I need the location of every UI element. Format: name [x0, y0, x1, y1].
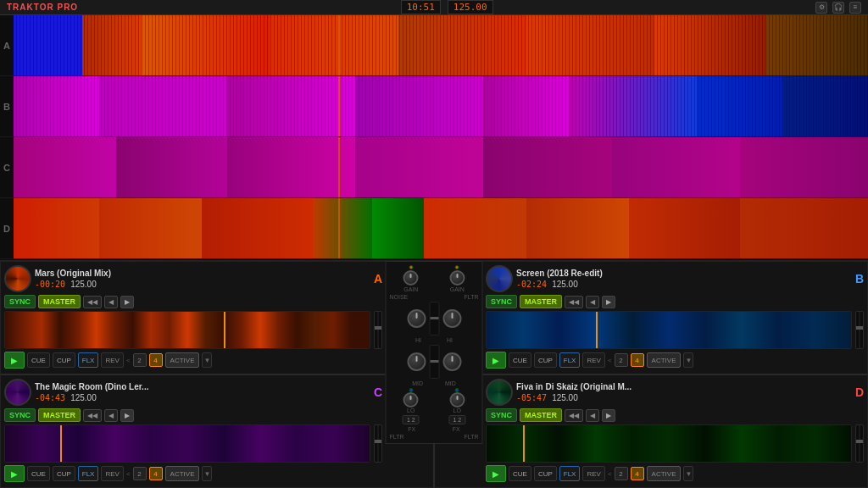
deck-a-pitch[interactable] — [374, 311, 382, 349]
mid-knob-right[interactable] — [442, 352, 461, 371]
deck-c-pitch[interactable] — [374, 424, 382, 463]
deck-d-rev-btn[interactable]: REV — [582, 466, 604, 481]
deck-d-art-inner — [487, 380, 511, 404]
deck-b-active-btn[interactable]: ACTIVE — [647, 352, 682, 368]
deck-a-rev-btn[interactable]: REV — [101, 352, 123, 368]
deck-c-play-btn[interactable]: ▶ — [4, 465, 25, 482]
deck-a-mini-wave — [4, 311, 370, 352]
lo-knob-right[interactable] — [449, 392, 465, 408]
deck-a-back-btn[interactable]: ◀ — [104, 296, 118, 308]
deck-b-dropdown-btn[interactable]: ▼ — [683, 352, 693, 368]
gain-knob-left[interactable] — [403, 270, 419, 286]
deck-c-active-btn[interactable]: ACTIVE — [165, 466, 200, 481]
deck-a-active-btn[interactable]: ACTIVE — [165, 352, 200, 368]
lo-knob-left[interactable] — [403, 392, 419, 408]
deck-b-prev-btn[interactable]: ◀◀ — [565, 296, 583, 308]
mixer: GAIN GAIN NOISE FLTR HI HI MID MID — [386, 261, 483, 444]
deck-c-letter: C — [374, 385, 382, 399]
crossfader-vertical[interactable] — [429, 302, 439, 336]
deck-a-cup-btn[interactable]: CUP — [53, 352, 75, 368]
deck-d-pitch[interactable] — [855, 424, 864, 463]
crossfader-handle — [430, 317, 438, 319]
deck-b-pitch[interactable] — [855, 311, 864, 349]
settings-icon[interactable]: ⚙ — [815, 2, 827, 14]
gain-led-right — [455, 265, 459, 269]
deck-a-cue-btn[interactable]: CUE — [27, 352, 50, 368]
deck-c-sync-row: SYNC MASTER ◀◀ ◀ ▶ — [4, 408, 382, 422]
deck-b-cue-btn[interactable]: CUE — [509, 352, 531, 368]
deck-b-num2[interactable]: 2 — [615, 353, 628, 367]
deck-c-back-btn[interactable]: ◀ — [104, 409, 118, 422]
deck-d-back-btn[interactable]: ◀ — [586, 409, 599, 422]
deck-d-mini-wave — [486, 424, 852, 465]
fltr-label-top: FLTR — [465, 294, 479, 300]
deck-a-dropdown-btn[interactable]: ▼ — [202, 352, 212, 368]
deck-d-mini-waveform[interactable] — [486, 424, 852, 463]
deck-d-cue-btn[interactable]: CUE — [509, 466, 531, 481]
deck-b-master-btn[interactable]: MASTER — [520, 295, 562, 308]
deck-c-pitch-thumb — [375, 440, 381, 443]
deck-b-flx-btn[interactable]: FLX — [559, 352, 581, 368]
deck-d-flx-btn[interactable]: FLX — [559, 466, 581, 481]
deck-d-art — [486, 379, 513, 406]
deck-d-num4[interactable]: 4 — [631, 467, 644, 480]
deck-d-master-btn[interactable]: MASTER — [520, 408, 562, 422]
deck-b-back-btn[interactable]: ◀ — [586, 296, 599, 308]
deck-c-rev-btn[interactable]: REV — [101, 466, 123, 481]
deck-b-pitch-thumb — [856, 326, 863, 330]
volume-fader[interactable] — [429, 345, 439, 379]
deck-b-num4[interactable]: 4 — [631, 353, 644, 367]
deck-c-master-btn[interactable]: MASTER — [38, 408, 81, 422]
waveform-track-a[interactable]: A — [0, 15, 868, 76]
menu-icon[interactable]: ≡ — [849, 2, 861, 14]
deck-a-sync-btn[interactable]: SYNC — [4, 295, 36, 308]
waveform-track-d[interactable]: D — [0, 198, 868, 259]
deck-b-art-inner — [487, 267, 511, 291]
hi-knob-right[interactable] — [442, 309, 461, 328]
deck-c-mini-waveform[interactable] — [4, 424, 370, 463]
mid-knob-left[interactable] — [407, 352, 426, 371]
deck-b-cup-btn[interactable]: CUP — [534, 352, 557, 368]
deck-d-play-btn[interactable]: ▶ — [486, 465, 506, 482]
deck-a-flx-btn[interactable]: FLX — [78, 352, 99, 368]
deck-c-flx-btn[interactable]: FLX — [78, 466, 99, 481]
deck-c-num4[interactable]: 4 — [149, 467, 163, 480]
deck-c-cup-btn[interactable]: CUP — [53, 466, 75, 481]
deck-a-prev-btn[interactable]: ◀◀ — [83, 296, 102, 308]
deck-a-mini-waveform[interactable] — [4, 311, 370, 349]
deck-d-mini-playhead — [523, 425, 525, 462]
deck-d-sync-btn[interactable]: SYNC — [486, 408, 517, 422]
waveform-track-c[interactable]: C — [0, 137, 868, 198]
deck-d-num2[interactable]: 2 — [615, 467, 628, 480]
deck-b-sync-btn[interactable]: SYNC — [486, 295, 517, 308]
deck-c-dropdown-btn[interactable]: ▼ — [202, 466, 212, 481]
deck-d-active-btn[interactable]: ACTIVE — [647, 466, 682, 481]
deck-a-fwd-btn[interactable]: ▶ — [120, 296, 134, 308]
waveform-canvas-a — [14, 15, 868, 75]
deck-d-prev-btn[interactable]: ◀◀ — [565, 409, 583, 422]
deck-a-num4[interactable]: 4 — [149, 353, 163, 367]
deck-c-title: The Magic Room (Dino Ler... — [35, 382, 370, 391]
deck-c-sync-btn[interactable]: SYNC — [4, 408, 36, 422]
deck-d-wave-row — [486, 424, 864, 465]
deck-b-mini-waveform[interactable] — [486, 311, 852, 349]
deck-b-fwd-btn[interactable]: ▶ — [602, 296, 615, 308]
waveform-track-b[interactable]: B — [0, 76, 868, 137]
deck-c-cue-btn[interactable]: CUE — [27, 466, 50, 481]
deck-c-num2[interactable]: 2 — [133, 467, 147, 480]
deck-d-fwd-btn[interactable]: ▶ — [602, 409, 615, 422]
mid-labels: MID MID — [412, 380, 456, 386]
track-label-d: D — [3, 224, 10, 234]
deck-c-prev-btn[interactable]: ◀◀ — [83, 409, 102, 422]
deck-a-master-btn[interactable]: MASTER — [38, 295, 81, 308]
deck-b-play-btn[interactable]: ▶ — [486, 352, 506, 369]
deck-d-cup-btn[interactable]: CUP — [534, 466, 557, 481]
gain-knob-right[interactable] — [449, 270, 465, 286]
hi-knob-left[interactable] — [407, 309, 426, 328]
deck-d-dropdown-btn[interactable]: ▼ — [683, 466, 693, 481]
deck-a-num2[interactable]: 2 — [133, 353, 147, 367]
deck-b-rev-btn[interactable]: REV — [582, 352, 604, 368]
deck-c-fwd-btn[interactable]: ▶ — [120, 409, 134, 422]
deck-a-play-btn[interactable]: ▶ — [4, 352, 25, 369]
headphone-icon[interactable]: 🎧 — [832, 2, 844, 14]
